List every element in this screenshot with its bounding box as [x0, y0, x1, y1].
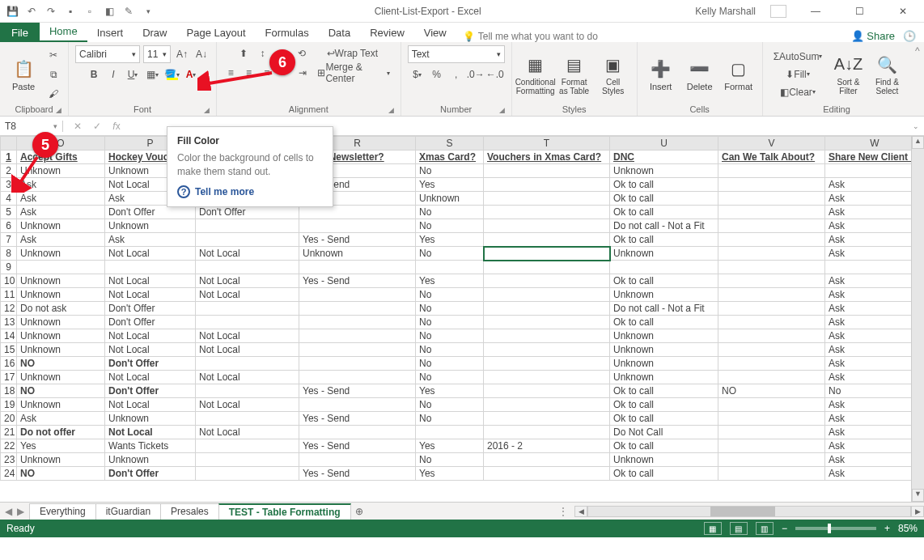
row-header[interactable]: 10	[1, 274, 17, 288]
header-cell[interactable]: DNC	[610, 151, 718, 164]
cell[interactable]	[484, 412, 610, 426]
cell[interactable]: Unknown	[17, 371, 105, 384]
cell[interactable]: No	[416, 288, 484, 302]
cell[interactable]: Wants Tickets	[105, 439, 196, 453]
cell[interactable]	[718, 288, 825, 302]
cell[interactable]: Unknown	[17, 453, 105, 467]
cell[interactable]: Ask	[825, 316, 925, 329]
cell[interactable]: Unknown	[17, 247, 105, 261]
row-header[interactable]: 3	[1, 178, 17, 192]
cell[interactable]	[299, 261, 416, 274]
zoom-level[interactable]: 85%	[898, 523, 918, 534]
cell[interactable]: Ask	[825, 467, 925, 481]
cell[interactable]: Do not call - Not a Fit	[610, 219, 718, 233]
tab-page-layout[interactable]: Page Layout	[177, 23, 256, 42]
row-header[interactable]: 18	[1, 384, 17, 398]
font-name-select[interactable]: Calibri ▾	[75, 45, 140, 63]
increase-font-icon[interactable]: A↑	[174, 46, 190, 62]
cell[interactable]: Ask	[825, 398, 925, 412]
cell[interactable]: Don't Offer	[196, 206, 299, 219]
cell[interactable]: Yes	[416, 439, 484, 453]
cell[interactable]	[299, 357, 416, 371]
cell[interactable]: No	[416, 247, 484, 261]
file-tab[interactable]: File	[0, 23, 40, 42]
cell[interactable]	[825, 164, 925, 178]
cell[interactable]: Unknown	[105, 219, 196, 233]
row-header[interactable]: 7	[1, 233, 17, 247]
row-header[interactable]: 11	[1, 288, 17, 302]
cell[interactable]	[105, 261, 196, 274]
col-header-U[interactable]: U	[610, 137, 718, 151]
tell-me-search[interactable]: 💡Tell me what you want to do	[456, 31, 598, 42]
cell[interactable]: Ok to call	[610, 274, 718, 288]
cell[interactable]: Yes	[416, 467, 484, 481]
cell[interactable]: Ok to call	[610, 412, 718, 426]
row-header[interactable]: 23	[1, 453, 17, 467]
cell[interactable]	[17, 261, 105, 274]
row-header[interactable]: 21	[1, 426, 17, 439]
col-header-S[interactable]: S	[416, 137, 484, 151]
cell[interactable]	[718, 412, 825, 426]
cell[interactable]	[718, 371, 825, 384]
cell[interactable]	[416, 426, 484, 439]
cell[interactable]: No	[416, 316, 484, 329]
cell[interactable]: Don't Offer	[105, 316, 196, 329]
cell[interactable]	[610, 261, 718, 274]
scroll-up-icon[interactable]: ▲	[912, 136, 924, 149]
align-middle-icon[interactable]: ↕	[255, 45, 271, 62]
conditional-formatting-button[interactable]: ▦Conditional Formatting	[519, 53, 553, 95]
cell[interactable]: Do not ask	[17, 302, 105, 316]
header-cell[interactable]: Share New Client In	[825, 151, 925, 164]
bold-button[interactable]: B	[86, 66, 102, 83]
cell[interactable]: Ask	[825, 412, 925, 426]
row-header[interactable]: 16	[1, 357, 17, 371]
save-icon[interactable]: 💾	[5, 4, 19, 19]
cell[interactable]	[299, 316, 416, 329]
cell[interactable]	[299, 371, 416, 384]
percent-format-icon[interactable]: %	[429, 66, 445, 83]
zoom-slider[interactable]	[795, 527, 876, 530]
cell[interactable]	[484, 316, 610, 329]
tab-draw[interactable]: Draw	[133, 23, 176, 42]
cell[interactable]: NO	[17, 357, 105, 371]
horizontal-scrollbar[interactable]: ⋮ ◀ ▶	[552, 505, 924, 518]
cell[interactable]: NO	[17, 467, 105, 481]
cell[interactable]	[718, 192, 825, 206]
italic-button[interactable]: I	[105, 66, 121, 83]
cell[interactable]	[299, 206, 416, 219]
tab-view[interactable]: View	[414, 23, 456, 42]
cell[interactable]	[484, 398, 610, 412]
qat-item-7-icon[interactable]: ✎	[121, 4, 136, 19]
cell[interactable]	[484, 274, 610, 288]
align-left-icon[interactable]: ≡	[223, 65, 238, 81]
cell[interactable]	[484, 219, 610, 233]
worksheet-grid[interactable]: ▲ ▼ OPQRSTUVW1Accept GiftsHockey Voucher…	[0, 136, 924, 502]
cell-styles-button[interactable]: ▣Cell Styles	[596, 53, 630, 95]
row-header[interactable]: 15	[1, 343, 17, 357]
cell[interactable]: No	[416, 343, 484, 357]
cell[interactable]: Yes	[416, 233, 484, 247]
cell[interactable]	[484, 302, 610, 316]
decrease-decimal-icon[interactable]: ←.0	[487, 66, 503, 83]
cell[interactable]: Not Local	[196, 329, 299, 343]
cell[interactable]	[718, 178, 825, 192]
cell[interactable]: Ok to call	[610, 439, 718, 453]
scroll-down-icon[interactable]: ▼	[912, 489, 924, 502]
qat-item-5-icon[interactable]: ▫	[83, 4, 97, 19]
cell[interactable]: Ask	[825, 426, 925, 439]
fill-button[interactable]: ⬇ Fill ▾	[769, 66, 827, 83]
cell[interactable]: Ask	[17, 178, 105, 192]
cell[interactable]: Ok to call	[610, 384, 718, 398]
cell[interactable]: Unknown	[17, 288, 105, 302]
cell[interactable]: Not Local	[105, 398, 196, 412]
cell[interactable]: Not Local	[105, 343, 196, 357]
cell[interactable]: Don't Offer	[105, 357, 196, 371]
cell[interactable]: Ok to call	[610, 192, 718, 206]
cell[interactable]	[718, 398, 825, 412]
cell[interactable]	[718, 467, 825, 481]
col-header-O[interactable]: O	[17, 137, 105, 151]
cell[interactable]: Unknown	[610, 343, 718, 357]
cell[interactable]	[196, 302, 299, 316]
format-painter-icon[interactable]: 🖌	[45, 86, 61, 102]
cell[interactable]: Ask	[825, 233, 925, 247]
